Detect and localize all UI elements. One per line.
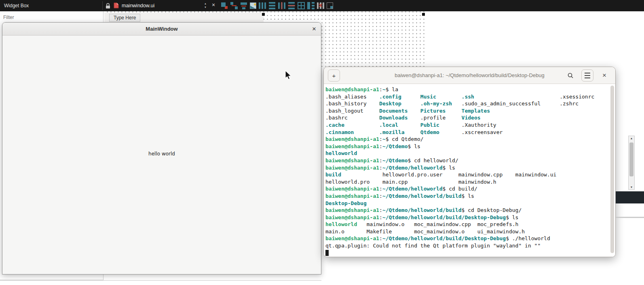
lock-icon (106, 3, 110, 9)
bottom-divider (0, 280, 321, 281)
break-layout-icon[interactable] (317, 2, 324, 9)
terminal-headerbar[interactable]: + baiwen@dshanpi-a1: ~/Qtdemo/helloworld… (324, 67, 615, 84)
terminal-close-button[interactable]: × (598, 69, 610, 82)
terminal-line: baiwen@dshanpi-a1:~/Qtdemo/helloworld/bu… (325, 214, 610, 221)
edit-signals-slots-icon[interactable] (230, 2, 238, 9)
side-scrollbar-thumb[interactable] (629, 142, 633, 176)
terminal-line: .cache .local Public .Xauthority (325, 122, 610, 129)
terminal-line: .bash_history Desktop .oh-my-zsh .sudo_a… (325, 100, 610, 107)
panel-divider (616, 217, 644, 218)
terminal-line: build helloworld.pro.user mainwindow.cpp… (325, 171, 610, 178)
terminal-line: baiwen@dshanpi-a1:~/Qtdemo/helloworld/bu… (325, 207, 610, 214)
terminal-line: .bashrc Downloads .profile Videos (325, 114, 610, 122)
mainwindow-title: MainWindow (146, 26, 177, 32)
layout-vertical-icon[interactable] (268, 2, 276, 9)
terminal-line: .bash_aliases .config Music .ssh .xsessi… (325, 93, 610, 101)
terminal-body[interactable]: baiwen@dshanpi-a1:~$ la.bash_aliases .co… (324, 84, 615, 257)
mouse-cursor (285, 70, 293, 81)
ui-file-icon (114, 2, 119, 8)
search-button[interactable] (564, 69, 576, 82)
selection-handle[interactable] (422, 13, 425, 16)
terminal-line: Desktop-Debug (325, 200, 610, 207)
terminal-line: baiwen@dshanpi-a1:~/Qtdemo$ ls (325, 143, 610, 150)
screen: Widget Box mainwindow.ui ▲▼ × Filter Typ… (0, 0, 644, 285)
filter-input[interactable]: Filter (3, 15, 100, 20)
plus-icon: + (332, 72, 336, 79)
mainwindow-close-button[interactable]: × (312, 23, 316, 36)
designer-toolbar: Widget Box mainwindow.ui ▲▼ × (0, 0, 644, 11)
terminal-line: qt.qpa.plugin: Could not find the Qt pla… (325, 242, 610, 249)
hamburger-icon (585, 73, 590, 78)
mainwindow-body: hello world (2, 36, 321, 274)
terminal-line: baiwen@dshanpi-a1:~/Qtdemo$ cd helloworl… (325, 157, 610, 164)
scroll-down-icon[interactable]: ▼ (629, 186, 634, 189)
current-file-name[interactable]: mainwindow.ui (122, 3, 154, 8)
terminal-line: .bash_logout Documents Pictures Template… (325, 107, 610, 115)
widget-box-title: Widget Box (4, 3, 29, 8)
layout-horizontal-splitter-icon[interactable] (278, 2, 285, 9)
close-icon: × (602, 71, 606, 80)
terminal-scrollbar[interactable] (610, 86, 614, 255)
search-icon (567, 72, 574, 79)
adjust-size-icon[interactable] (327, 2, 333, 9)
terminal-line: helloworld.pro main.cpp mainwindow.h (325, 178, 610, 186)
edit-widgets-icon[interactable] (221, 2, 228, 9)
terminal-line: baiwen@dshanpi-a1:~/Qtdemo/helloworld/bu… (325, 193, 610, 200)
form-menubar: Type Here (104, 13, 264, 23)
mainwindow-app: MainWindow × hello world (2, 22, 321, 275)
docked-panel-edge (616, 191, 644, 203)
terminal-line: .cinnamon .mozilla Qtdemo .xscreensaver (325, 129, 610, 136)
menu-button[interactable] (581, 69, 593, 82)
designer-tool-icons (221, 2, 333, 9)
terminal-line: main.o Makefile moc_mainwindow.o ui_main… (325, 228, 610, 235)
file-close-button[interactable]: × (212, 2, 215, 8)
edit-buddies-icon[interactable] (240, 2, 247, 9)
terminal-line: helloworld mainwindow.o moc_mainwindow.c… (325, 221, 610, 228)
selection-handle[interactable] (262, 13, 265, 16)
layout-horizontal-icon[interactable] (259, 2, 266, 9)
toolbar-separator (102, 1, 103, 10)
terminal-window: + baiwen@dshanpi-a1: ~/Qtdemo/helloworld… (323, 67, 616, 257)
spinner-down-icon[interactable]: ▼ (204, 6, 207, 9)
edit-tab-order-icon[interactable] (250, 2, 256, 9)
terminal-line (325, 249, 610, 257)
layout-form-icon[interactable] (307, 2, 315, 9)
side-scrollbar[interactable]: ▲ ▼ (628, 136, 635, 190)
mainwindow-titlebar[interactable]: MainWindow × (2, 23, 321, 36)
layout-vertical-splitter-icon[interactable] (288, 2, 295, 9)
menu-type-here[interactable]: Type Here (109, 14, 140, 22)
file-selector-spinner[interactable]: ▲▼ (204, 2, 207, 9)
terminal-line: baiwen@dshanpi-a1:~$ la (325, 86, 610, 93)
layout-grid-icon[interactable] (298, 2, 305, 9)
terminal-line: baiwen@dshanpi-a1:~/Qtdemo/helloworld/bu… (325, 235, 610, 242)
terminal-line: baiwen@dshanpi-a1:~/Qtdemo/helloworld$ c… (325, 185, 610, 193)
spinner-up-icon[interactable]: ▲ (204, 2, 207, 6)
terminal-line: helloworld (325, 150, 610, 157)
terminal-scrollbar-thumb[interactable] (610, 86, 614, 253)
hello-world-label: hello world (148, 151, 175, 157)
terminal-line: baiwen@dshanpi-a1:~/Qtdemo/helloworld$ l… (325, 164, 610, 172)
new-tab-button[interactable]: + (328, 69, 340, 82)
scroll-up-icon[interactable]: ▲ (629, 137, 634, 140)
terminal-line: baiwen@dshanpi-a1:~$ cd Qtdemo/ (325, 136, 610, 143)
